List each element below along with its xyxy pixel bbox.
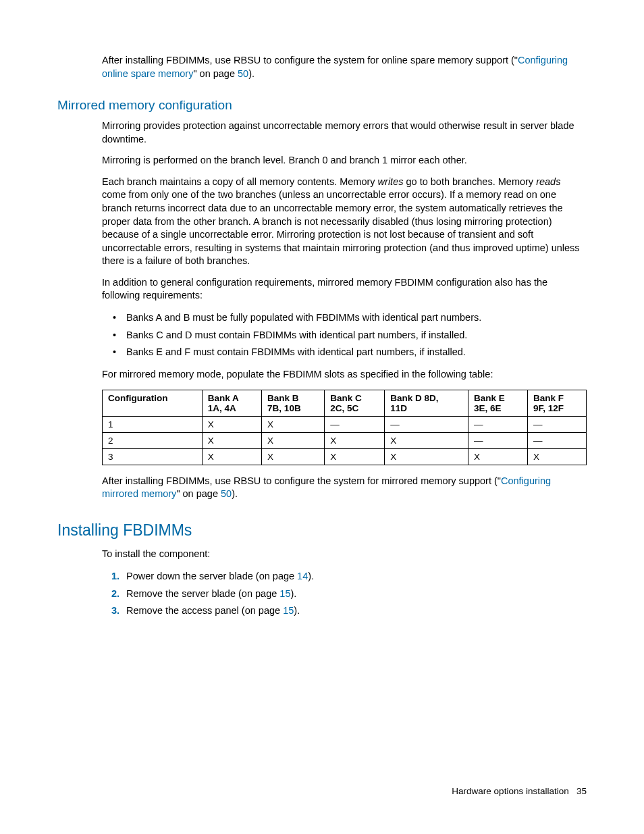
table-cell: X bbox=[262, 448, 325, 465]
page-container: After installing FBDIMMs, use RBSU to co… bbox=[0, 0, 644, 834]
text: 7B, 10B bbox=[267, 403, 301, 413]
table-header: Bank C2C, 5C bbox=[325, 390, 385, 416]
table-cell: X bbox=[202, 448, 261, 465]
list-item: Banks E and F must contain FBDIMMs with … bbox=[126, 345, 587, 360]
table-cell: 3 bbox=[103, 448, 203, 465]
table-header-row: Configuration Bank A1A, 4A Bank B7B, 10B… bbox=[103, 390, 587, 416]
paragraph: Each branch maintains a copy of all memo… bbox=[102, 176, 587, 268]
list-item: Remove the access panel (on page 15). bbox=[126, 603, 587, 619]
paragraph: Mirroring provides protection against un… bbox=[102, 120, 587, 146]
text: Remove the server blade (on page bbox=[126, 588, 279, 599]
table-cell: — bbox=[325, 416, 385, 432]
intro-paragraph: After installing FBDIMMs, use RBSU to co… bbox=[102, 54, 587, 80]
table-header: Configuration bbox=[103, 390, 203, 416]
table-header: Bank E3E, 6E bbox=[468, 390, 528, 416]
emphasis-reads: reads bbox=[536, 176, 560, 187]
list-item: Power down the server blade (on page 14)… bbox=[126, 569, 587, 584]
text: Bank A bbox=[208, 393, 239, 403]
list-item: Banks C and D must contain FBDIMMs with … bbox=[126, 328, 587, 343]
footer-label: Hardware options installation bbox=[452, 786, 568, 796]
text: After installing FBDIMMs, use RBSU to co… bbox=[102, 55, 518, 66]
list-item: Remove the server blade (on page 15). bbox=[126, 586, 587, 602]
text: come from only one of the two branches (… bbox=[102, 189, 580, 266]
page-footer: Hardware options installation 35 bbox=[452, 786, 587, 796]
text: Bank D 8D, bbox=[390, 393, 438, 403]
text: go to both branches. Memory bbox=[403, 176, 536, 187]
text: " on page bbox=[193, 68, 238, 79]
text: 1A, 4A bbox=[208, 403, 236, 413]
list-item: Banks A and B must be fully populated wi… bbox=[126, 311, 587, 325]
table-cell: X bbox=[202, 432, 261, 448]
footer-page-number: 35 bbox=[576, 786, 587, 796]
table-header: Bank A1A, 4A bbox=[202, 390, 261, 416]
text: Power down the server blade (on page bbox=[126, 571, 297, 581]
text: 3E, 6E bbox=[474, 403, 502, 413]
config-table: Configuration Bank A1A, 4A Bank B7B, 10B… bbox=[102, 390, 587, 465]
requirements-list: Banks A and B must be fully populated wi… bbox=[102, 311, 587, 360]
paragraph: Mirroring is performed on the branch lev… bbox=[102, 154, 587, 167]
table-cell: X bbox=[325, 448, 385, 465]
text: Bank C bbox=[330, 393, 362, 403]
table-cell: X bbox=[202, 416, 261, 432]
text: Bank B bbox=[267, 393, 299, 403]
table-header: Bank F9F, 12F bbox=[528, 390, 587, 416]
table-cell: — bbox=[385, 416, 468, 432]
emphasis-writes: writes bbox=[378, 176, 404, 187]
table-cell: X bbox=[262, 432, 325, 448]
text: Bank F bbox=[533, 393, 564, 403]
heading-installing-fbdimms: Installing FBDIMMs bbox=[57, 521, 587, 540]
text: After installing FBDIMMs, use RBSU to co… bbox=[102, 475, 501, 486]
table-cell: X bbox=[262, 416, 325, 432]
paragraph: To install the component: bbox=[102, 548, 587, 561]
table-cell: X bbox=[528, 448, 587, 465]
table-row: 2 X X X X — — bbox=[103, 432, 587, 448]
table-row: 1 X X — — — — bbox=[103, 416, 587, 432]
text: ). bbox=[308, 571, 314, 581]
table-cell: X bbox=[385, 448, 468, 465]
page-link-14[interactable]: 14 bbox=[297, 571, 308, 581]
text: ). bbox=[290, 588, 296, 599]
table-cell: — bbox=[528, 416, 587, 432]
table-header: Bank B7B, 10B bbox=[262, 390, 325, 416]
install-steps: Power down the server blade (on page 14)… bbox=[102, 569, 587, 619]
text: Bank E bbox=[474, 393, 505, 403]
text: 11D bbox=[390, 403, 407, 413]
page-link-50[interactable]: 50 bbox=[238, 68, 248, 79]
table-cell: X bbox=[325, 432, 385, 448]
paragraph: After installing FBDIMMs, use RBSU to co… bbox=[102, 475, 587, 501]
page-link-15b[interactable]: 15 bbox=[283, 605, 294, 616]
table-cell: — bbox=[468, 416, 528, 432]
text: Remove the access panel (on page bbox=[126, 605, 283, 616]
table-cell: X bbox=[385, 432, 468, 448]
table-cell: — bbox=[468, 432, 528, 448]
text: 2C, 5C bbox=[330, 403, 358, 413]
text: Configuration bbox=[108, 393, 167, 403]
text: ). bbox=[248, 68, 254, 79]
paragraph: In addition to general configuration req… bbox=[102, 276, 587, 303]
paragraph: For mirrored memory mode, populate the F… bbox=[102, 368, 587, 382]
table-cell: — bbox=[528, 432, 587, 448]
text: " on page bbox=[176, 488, 221, 499]
text: ). bbox=[294, 605, 300, 616]
text: Each branch maintains a copy of all memo… bbox=[102, 176, 378, 187]
table-row: 3 X X X X X X bbox=[103, 448, 587, 465]
heading-mirrored-memory: Mirrored memory configuration bbox=[57, 98, 587, 113]
page-link-50b[interactable]: 50 bbox=[221, 488, 232, 499]
table-cell: 2 bbox=[103, 432, 203, 448]
page-link-15a[interactable]: 15 bbox=[279, 588, 290, 599]
table-cell: 1 bbox=[103, 416, 203, 432]
text: 9F, 12F bbox=[533, 403, 564, 413]
table-header: Bank D 8D,11D bbox=[385, 390, 468, 416]
text: ). bbox=[232, 488, 238, 499]
table-cell: X bbox=[468, 448, 528, 465]
